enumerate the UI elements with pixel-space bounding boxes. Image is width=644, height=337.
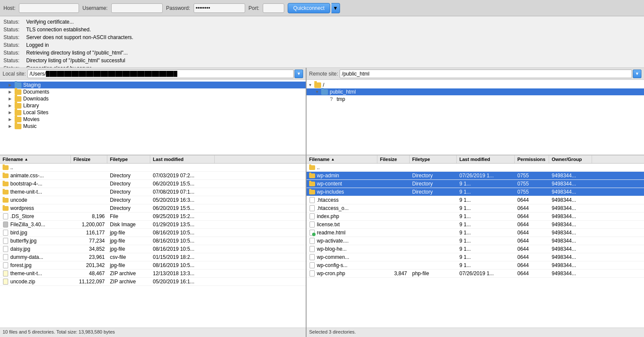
local-file-row[interactable]: FileZilla_3.40... 1,200,007 Disk Image 0…	[0, 221, 306, 229]
local-file-row[interactable]: bird.jpg 116,177 jpg-file 08/16/2019 10:…	[0, 229, 306, 237]
remote-file-type	[410, 265, 457, 266]
quickconnect-dropdown[interactable]: ▼	[331, 3, 340, 13]
file-icon	[3, 254, 9, 260]
local-file-row[interactable]: butterfly.jpg 77,234 jpg-file 08/16/2019…	[0, 237, 306, 245]
local-site-dropdown[interactable]: ▼	[295, 70, 303, 78]
local-file-row[interactable]: uncode.zip 11,122,097 ZIP archive 05/20/…	[0, 278, 306, 286]
local-tree-item-library[interactable]: ▶ Library	[0, 102, 306, 109]
remote-site-path[interactable]	[340, 70, 632, 78]
local-file-name: uncode	[0, 197, 71, 203]
local-site-label: Local site:	[3, 71, 26, 77]
local-file-row[interactable]: uncode Directory 05/20/2019 16:3...	[0, 196, 306, 204]
remote-file-owner: 9498344...	[549, 262, 592, 269]
remote-file-row-readme-html[interactable]: readme.html 9 1... 0644 9498344...	[307, 229, 644, 237]
local-tree-item-music[interactable]: ▶ Music	[0, 123, 306, 130]
remote-file-row-wp-content[interactable]: wp-content Directory 9 1... 0755 9498344…	[307, 180, 644, 188]
local-file-row[interactable]: forest.jpg 201,342 jpg-file 08/16/2019 1…	[0, 261, 306, 270]
remote-file-row-wp-blog-he[interactable]: wp-blog-he... 9 1... 0644 9498344...	[307, 245, 644, 253]
remote-file-perms: 0644	[515, 237, 549, 244]
local-tree-item-downloads[interactable]: ▶ Downloads	[0, 95, 306, 102]
tree-toggle[interactable]: ▶	[9, 110, 15, 115]
tree-item-label: Music	[23, 123, 36, 129]
remote-col-filesize[interactable]: Filesize	[377, 155, 410, 163]
tree-toggle[interactable]: ▼	[308, 83, 314, 87]
remote-file-size	[377, 265, 410, 266]
password-input[interactable]	[194, 3, 245, 13]
remote-file-row-wp-includes[interactable]: wp-includes Directory 9 1... 0755 949834…	[307, 188, 644, 196]
local-file-type: ZIP archive	[107, 278, 150, 285]
local-file-modified: 07/08/2019 07:1...	[150, 188, 215, 195]
remote-col-filetype[interactable]: Filetype	[410, 155, 457, 163]
local-file-size: 8,196	[71, 213, 107, 220]
file-icon	[3, 262, 9, 268]
tree-toggle[interactable]: ▼	[315, 90, 321, 94]
local-file-name: .DS_Store	[0, 213, 71, 220]
host-input[interactable]	[19, 3, 79, 13]
remote-file-perms: 0644	[515, 197, 549, 203]
remote-tree-item-public-html[interactable]: ▼ public_html	[307, 88, 644, 95]
remote-col-filename[interactable]: Filename ▲	[307, 155, 377, 163]
local-site-path[interactable]	[27, 70, 294, 78]
local-tree-item-local-sites[interactable]: ▶ Local Sites	[0, 109, 306, 116]
remote-file-row[interactable]: ..	[307, 164, 644, 172]
local-file-size: 201,342	[71, 262, 107, 269]
local-file-name: uncode.zip	[0, 278, 71, 285]
local-file-row[interactable]: bootstrap-4-... Directory 06/20/2019 15:…	[0, 180, 306, 188]
remote-col-lastmodified[interactable]: Last modified	[457, 155, 515, 163]
local-col-filetype[interactable]: Filetype	[107, 155, 150, 163]
remote-file-size	[377, 208, 410, 209]
remote-file-row-htaccess-o[interactable]: .htaccess_o... 9 1... 0644 9498344...	[307, 204, 644, 213]
status-line: Status:Logged in	[3, 41, 641, 49]
tree-item-label: Staging	[23, 82, 41, 88]
remote-tree-item-tmp[interactable]: ? tmp	[307, 95, 644, 103]
local-tree-item-documents[interactable]: ▶ Documents	[0, 88, 306, 95]
tree-toggle[interactable]: ▶	[9, 124, 15, 128]
local-file-row[interactable]: .DS_Store 8,196 File 09/25/2019 15:2...	[0, 213, 306, 221]
tree-toggle[interactable]: ▶	[9, 90, 15, 94]
local-tree-item-staging[interactable]: ▶ Staging	[0, 82, 306, 88]
remote-file-modified: 9 1...	[457, 205, 515, 212]
remote-file-row-wp-cron-php[interactable]: wp-cron.php 3,847 php-file 07/26/2019 1.…	[307, 270, 644, 278]
remote-file-row-htaccess[interactable]: .htaccess 9 1... 0644 9498344...	[307, 196, 644, 204]
port-input[interactable]	[263, 3, 284, 13]
remote-col-ownergroup[interactable]: Owner/Group	[549, 155, 592, 163]
remote-file-row-wp-config-s[interactable]: wp-config-s... 9 1... 0644 9498344...	[307, 261, 644, 270]
local-file-row[interactable]: dummy-data... 23,961 csv-file 01/15/2019…	[0, 253, 306, 261]
local-file-modified: 08/16/2019 10:5...	[150, 237, 215, 244]
local-col-filename[interactable]: Filename ▲	[0, 155, 71, 163]
remote-file-row-wp-activate[interactable]: wp-activate.... 9 1... 0644 9498344...	[307, 237, 644, 245]
local-file-row[interactable]: daisy.jpg 34,852 jpg-file 08/16/2019 10:…	[0, 245, 306, 253]
local-col-lastmodified[interactable]: Last modified	[150, 155, 215, 163]
local-file-list-header: Filename ▲ Filesize Filetype Last modifi…	[0, 155, 306, 164]
remote-file-perms: 0644	[515, 221, 549, 228]
tree-toggle[interactable]: ▶	[9, 103, 15, 108]
tree-toggle[interactable]: ▶	[9, 117, 15, 121]
local-col-filesize[interactable]: Filesize	[71, 155, 107, 163]
remote-file-row-index-php[interactable]: index.php 9 1... 0644 9498344...	[307, 213, 644, 221]
zip-img	[3, 279, 8, 285]
local-tree-item-movies[interactable]: ▶ Movies	[0, 116, 306, 123]
folder-icon	[321, 89, 328, 95]
tree-toggle[interactable]: ▶	[9, 83, 15, 87]
sort-arrow-icon: ▲	[331, 157, 335, 161]
local-file-row[interactable]: animate.css-... Directory 07/03/2019 07:…	[0, 172, 306, 180]
remote-col-permissions[interactable]: Permissions	[515, 155, 549, 163]
quickconnect-button[interactable]: Quickconnect	[288, 3, 330, 13]
remote-tree-item-root[interactable]: ▼ /	[307, 82, 644, 88]
remote-file-row-wp-commen[interactable]: wp-commen... 9 1... 0644 9498344...	[307, 253, 644, 261]
username-input[interactable]	[111, 3, 163, 13]
local-file-row[interactable]: theme-unit-t... 48,467 ZIP archive 12/13…	[0, 270, 306, 278]
remote-site-dropdown[interactable]: ▼	[633, 70, 641, 78]
file-icon	[3, 238, 9, 244]
remote-file-row-wp-admin[interactable]: wp-admin Directory 07/26/2019 1... 0755 …	[307, 172, 644, 180]
local-file-row[interactable]: theme-unit-t... Directory 07/08/2019 07:…	[0, 188, 306, 196]
remote-file-row-license-txt[interactable]: license.txt 9 1... 0644 9498344...	[307, 221, 644, 229]
local-file-row[interactable]: ..	[0, 164, 306, 172]
remote-file-type: Directory	[410, 172, 457, 179]
local-file-row[interactable]: wordpress Directory 06/20/2019 15:5...	[0, 204, 306, 213]
local-file-name: daisy.jpg	[0, 246, 71, 252]
file-icon	[3, 279, 9, 285]
local-file-modified	[150, 167, 215, 168]
file-img	[3, 254, 8, 260]
tree-toggle[interactable]: ▶	[9, 97, 15, 101]
